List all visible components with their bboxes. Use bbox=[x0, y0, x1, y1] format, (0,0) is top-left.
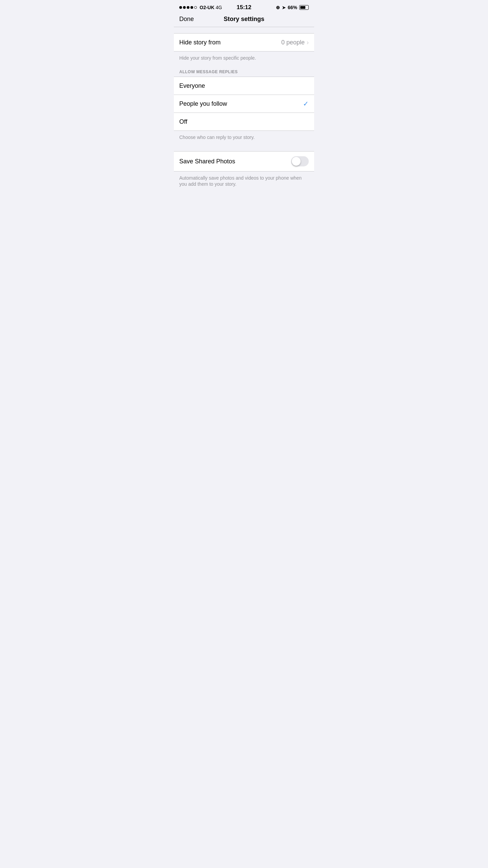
hide-story-value-container: 0 people › bbox=[281, 39, 309, 46]
battery-percent: 66% bbox=[288, 5, 297, 10]
people-you-follow-label: People you follow bbox=[179, 100, 227, 107]
save-photos-label: Save Shared Photos bbox=[179, 158, 235, 165]
status-time: 15:12 bbox=[237, 4, 251, 11]
status-left: O2-UK 4G bbox=[179, 5, 222, 10]
location-icon: ➤ bbox=[282, 5, 286, 10]
hide-story-description: Hide your story from specific people. bbox=[179, 55, 256, 61]
hide-story-description-row: Hide your story from specific people. bbox=[174, 52, 314, 66]
chevron-icon: › bbox=[307, 39, 309, 46]
page-title: Story settings bbox=[224, 16, 264, 23]
toggle-knob bbox=[292, 157, 301, 166]
save-photos-description-row: Automatically save photos and videos to … bbox=[174, 171, 314, 192]
everyone-section: Everyone People you follow ✓ Off bbox=[174, 77, 314, 130]
signal-dots bbox=[179, 6, 197, 9]
save-photos-row: Save Shared Photos bbox=[174, 152, 314, 171]
off-row[interactable]: Off bbox=[174, 113, 314, 130]
nav-bar: Done Story settings bbox=[174, 13, 314, 27]
hide-story-label: Hide story from bbox=[179, 39, 221, 46]
save-photos-section: Save Shared Photos bbox=[174, 152, 314, 171]
off-label: Off bbox=[179, 118, 187, 125]
network-type: 4G bbox=[216, 5, 222, 10]
toggle-container bbox=[291, 156, 309, 166]
hide-story-section: Hide story from 0 people › bbox=[174, 34, 314, 51]
signal-dot-2 bbox=[183, 6, 186, 9]
signal-dot-1 bbox=[179, 6, 182, 9]
everyone-row[interactable]: Everyone bbox=[174, 77, 314, 95]
replies-description-row: Choose who can reply to your story. bbox=[174, 131, 314, 145]
battery-icon bbox=[299, 5, 309, 10]
signal-dot-4 bbox=[190, 6, 193, 9]
save-photos-toggle[interactable] bbox=[291, 156, 309, 166]
signal-dot-3 bbox=[187, 6, 189, 9]
carrier-text: O2-UK bbox=[200, 5, 215, 10]
people-you-follow-row[interactable]: People you follow ✓ bbox=[174, 95, 314, 113]
done-button[interactable]: Done bbox=[179, 16, 194, 23]
battery-body bbox=[299, 5, 309, 10]
hide-story-value: 0 people bbox=[281, 39, 305, 46]
battery-fill bbox=[300, 6, 305, 9]
allow-replies-header: ALLOW MESSAGE REPLIES bbox=[174, 66, 314, 77]
gap-1 bbox=[174, 27, 314, 33]
replies-description: Choose who can reply to your story. bbox=[179, 135, 255, 140]
save-photos-description: Automatically save photos and videos to … bbox=[179, 175, 302, 187]
hide-story-row[interactable]: Hide story from 0 people › bbox=[174, 34, 314, 51]
lock-icon: ⊕ bbox=[276, 5, 280, 10]
allow-replies-header-text: ALLOW MESSAGE REPLIES bbox=[179, 69, 238, 74]
gap-2 bbox=[174, 145, 314, 151]
everyone-label: Everyone bbox=[179, 82, 205, 89]
status-right: ⊕ ➤ 66% bbox=[276, 5, 309, 10]
signal-dot-5 bbox=[194, 6, 197, 9]
status-bar: O2-UK 4G 15:12 ⊕ ➤ 66% bbox=[174, 0, 314, 13]
checkmark-icon: ✓ bbox=[303, 100, 309, 108]
